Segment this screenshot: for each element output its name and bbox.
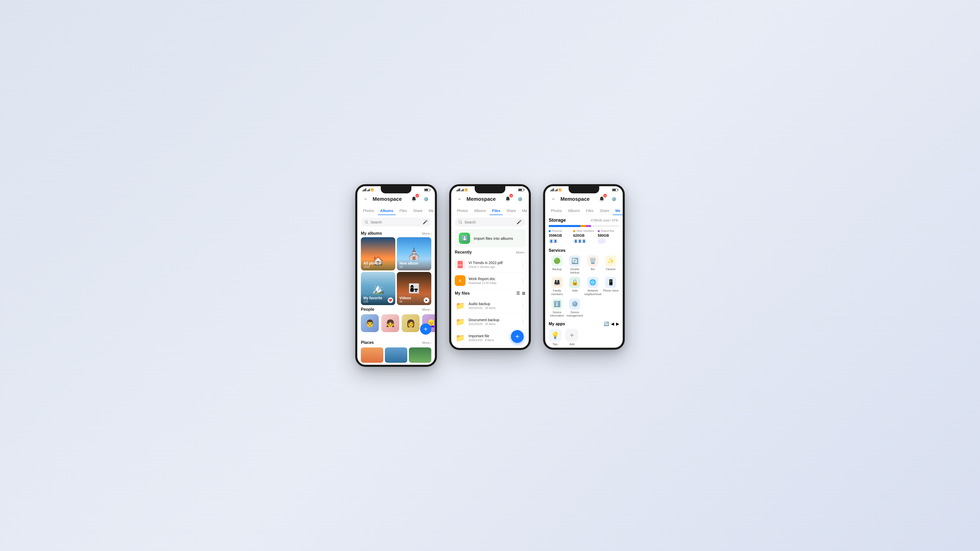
search-input-2[interactable] [465,220,514,224]
app-title-1: Memospace [372,196,402,202]
person-1[interactable]: 👨 [361,314,379,332]
video-icon: ▶ [424,297,429,303]
search-bar-2[interactable]: 🎤 [455,218,525,227]
my-albums-more[interactable]: More › [422,232,431,235]
places-more[interactable]: More › [422,341,431,345]
person-avatar-3: 👩 [402,314,420,332]
tab-photos-3[interactable]: Photos [548,206,565,215]
import-banner[interactable]: ⬇️ Import files into albums [455,229,525,248]
device-mgmt-icon: ⚙️ [569,299,580,310]
place-3[interactable] [409,348,431,363]
tab-me-1[interactable]: Me [426,206,436,215]
settings-button-3[interactable]: ⚙️ [609,194,619,203]
album-videos[interactable]: 👩‍👧 Videos 96 ▶ [397,272,431,305]
tab-photos-2[interactable]: Photos [454,206,471,215]
fab-button-files[interactable]: + [511,330,524,343]
signal-icon-5 [550,188,554,191]
album-all-photos[interactable]: 🏠 All photos 1332 [361,237,395,270]
storage-breakdown: Personal 3596GB 👤 👤 Other members 620GB [549,230,619,244]
app-add[interactable]: + Add [566,329,578,346]
apps-arrow-icon[interactable]: ◀ [611,321,614,326]
status-bar-2: 📶 20:30 [451,186,529,192]
service-cleaner[interactable]: ✨ Cleaner [602,256,619,274]
search-input-1[interactable] [371,220,421,224]
grid-view-icon[interactable]: ⊞ [522,291,525,295]
notification-button-2[interactable]: 10 [503,194,512,203]
tab-albums-3[interactable]: Albums [566,206,583,215]
mic-icon-2[interactable]: 🎤 [517,220,522,224]
storage-detail[interactable]: 4796GB used / 8TB › [591,219,619,222]
service-double-backup[interactable]: 🔄 Double backup [566,256,584,274]
tab-albums-1[interactable]: Albums [378,206,396,215]
service-device-mgmt[interactable]: ⚙️ Device management [566,299,584,318]
backup-icon: 🟢 [552,256,563,267]
my-apps-header: My apps 🔄 ◀ ▶ [549,321,619,326]
device-info-icon: ℹ️ [552,299,563,310]
battery-icon-3 [612,189,617,191]
people-more[interactable]: More › [422,308,431,311]
bin-icon: 🗑️ [587,256,598,267]
tab-share-1[interactable]: Share [410,206,425,215]
signal-icon-2 [367,188,370,191]
back-button-2[interactable]: ← [455,194,465,203]
tab-files-3[interactable]: Files [584,206,596,215]
folder-audio[interactable]: 📁 Audio backup 2021/01/31 · 16 items ⋮ [455,298,525,314]
service-phone-clone[interactable]: 📱 Phone clone [602,277,619,295]
recently-more[interactable]: More › [516,251,525,254]
service-backup[interactable]: 🟢 Backup [549,256,566,274]
place-2[interactable] [385,348,407,363]
search-bar-1[interactable]: 🎤 [361,218,431,227]
tab-me-2[interactable]: Me [520,206,530,215]
service-network[interactable]: 🌐 Network neighborhood [584,277,601,295]
tab-photos-1[interactable]: Photos [360,206,377,215]
services-title: Services [549,248,619,253]
service-bin[interactable]: 🗑️ Bin [584,256,601,274]
service-safe[interactable]: 🔒 Safe [566,277,584,295]
service-device-info[interactable]: ℹ️ Device Information [549,299,566,318]
tab-me-3[interactable]: Me [613,206,623,215]
service-family[interactable]: 👨‍👩‍👧 Family members [549,277,566,295]
back-button-3[interactable]: ← [549,194,558,203]
recently-header: Recently More › [455,250,525,254]
my-apps-section: My apps 🔄 ◀ ▶ 💡 Tips + Add [545,319,623,348]
album-new[interactable]: ⛪ New album 18 [397,237,431,270]
doc-more-dots[interactable]: ⋮ [520,278,525,283]
pdf-more-dots[interactable]: ⋮ [520,262,525,267]
double-backup-label: Double backup [566,268,584,274]
file-info-pdf: VI Trends in 2022.pdf Check 2 minutes ag… [469,261,517,268]
my-files-title: My files [455,291,470,295]
folder-document[interactable]: 📁 Doucument backup 2021/01/20 · 20 items… [455,314,525,330]
back-button-1[interactable]: ← [361,194,371,203]
settings-button-1[interactable]: ⚙️ [422,194,431,203]
file-item-pdf[interactable]: PDF VI Trends in 2022.pdf Check 2 minute… [455,257,525,273]
tab-share-3[interactable]: Share [597,206,612,215]
settings-button-2[interactable]: ⚙️ [515,194,525,203]
apps-refresh-icon[interactable]: 🔄 [604,321,609,326]
folder-icon-doc: 📁 [455,316,466,327]
file-item-doc[interactable]: E Work Report.doc Download 12:32 today ⋮ [455,273,525,289]
person-3[interactable]: 👩 [402,314,420,332]
tab-files-2[interactable]: Files [490,206,503,215]
tab-files-1[interactable]: Files [397,206,410,215]
app-tips[interactable]: 💡 Tips [549,329,562,346]
list-view-icon[interactable]: ☰ [516,291,520,295]
notification-button-1[interactable]: 10 [409,194,418,203]
signal-area-2: 📶 [456,188,468,191]
notification-button-3[interactable]: 10 [597,194,606,203]
folder-icon-audio: 📁 [455,300,466,311]
place-1[interactable] [361,348,383,363]
folder-doc-dots[interactable]: ⋮ [520,319,525,324]
person-2[interactable]: 👧 [381,314,399,332]
tab-share-2[interactable]: Share [504,206,518,215]
backup-label: Backup [552,268,562,271]
add-people-button[interactable]: + [420,324,431,335]
album-overlay-new: New album 18 [397,259,431,270]
tab-albums-2[interactable]: Albums [472,206,489,215]
folder-audio-dots[interactable]: ⋮ [520,303,525,308]
shared-visual [598,238,606,244]
my-apps-icons: 🔄 ◀ ▶ [604,321,619,326]
apps-forward-icon[interactable]: ▶ [616,321,619,326]
mic-icon-1[interactable]: 🎤 [423,220,428,224]
album-favorite[interactable]: 🏔️ My favorite 126 ❤️ [361,272,395,305]
personal-label: Personal [552,230,562,232]
